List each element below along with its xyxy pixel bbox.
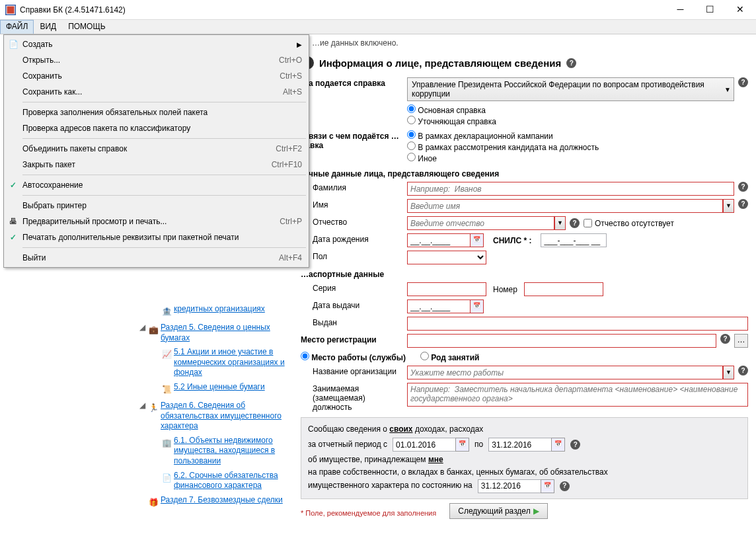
date-asof-input[interactable] <box>478 479 541 493</box>
radio-cand[interactable]: В рамках рассмотрения кандидата на должн… <box>407 141 748 152</box>
name-input[interactable] <box>407 199 723 213</box>
menu-print-extra[interactable]: ✓Печатать дополнительные реквизиты при п… <box>5 229 307 245</box>
close-button[interactable]: ✕ <box>725 0 755 19</box>
file-menu-dropdown: 📄Создать▶ Открыть...Ctrl+O СохранитьCtrl… <box>3 34 309 268</box>
menu-select-printer[interactable]: Выбрать принтер <box>5 198 307 214</box>
person-icon: 🏃 <box>146 401 161 415</box>
number-input[interactable] <box>524 282 603 296</box>
menu-check-fields[interactable]: Проверка заполнения обязательных полей п… <box>5 104 307 120</box>
radio-work[interactable]: Место работы (службы) <box>301 352 406 362</box>
titlebar: Справки БК (2.4.51471.6142) ─ ☐ ✕ <box>0 0 756 20</box>
gift-icon: 🎁 <box>146 495 161 510</box>
menu-autosave[interactable]: ✓Автосохранение <box>5 177 307 193</box>
label-number: Номер <box>493 285 517 294</box>
where-select[interactable]: Управление Президента Российской Федерац… <box>407 77 734 101</box>
label-reason: …вязи с чем подаётся …равка <box>301 130 403 150</box>
label-org: Название организации <box>301 366 403 376</box>
help-icon[interactable]: ? <box>560 481 570 491</box>
radio-occupation[interactable]: Род занятий <box>420 352 480 362</box>
menu-merge[interactable]: Объединить пакеты справокCtrl+F2 <box>5 141 307 157</box>
chevron-down-icon: ▼ <box>724 86 731 93</box>
maximize-button[interactable]: ☐ <box>695 0 725 19</box>
help-icon[interactable]: ? <box>738 77 748 87</box>
dob-input[interactable] <box>407 233 471 247</box>
no-patronymic-checkbox[interactable]: Отчество отсутствует <box>584 219 674 228</box>
label-dob: Дата рождения <box>301 233 403 244</box>
label-issued-by: Выдан <box>301 317 403 327</box>
calendar-icon[interactable]: 📅 <box>470 233 484 247</box>
help-icon[interactable]: ? <box>738 366 748 376</box>
gender-select[interactable] <box>407 251 486 264</box>
label-snils: СНИЛС * : <box>493 236 531 245</box>
radio-decl[interactable]: В рамках декларационной кампании <box>407 130 748 141</box>
snils-input[interactable] <box>541 233 607 247</box>
help-icon[interactable]: ? <box>570 440 580 450</box>
menu-help[interactable]: ПОМОЩЬ <box>62 20 111 34</box>
bank-icon: 🏦 <box>159 304 174 319</box>
svg-rect-1 <box>7 6 15 14</box>
separator <box>22 175 306 175</box>
surname-input[interactable] <box>407 182 734 196</box>
menu-file[interactable]: ФАЙЛ <box>0 20 34 34</box>
calendar-icon[interactable]: 📅 <box>470 299 484 313</box>
calendar-icon[interactable]: 📅 <box>551 438 565 452</box>
radio-corr[interactable]: Уточняющая справка <box>407 116 748 126</box>
minimize-button[interactable]: ─ <box>665 0 695 19</box>
collapse-icon[interactable]: ◢ <box>138 323 146 332</box>
patronymic-input[interactable] <box>407 216 554 230</box>
content-form: i Информация о лице, представляющем свед… <box>287 51 756 556</box>
menu-create[interactable]: 📄Создать▶ <box>5 36 307 52</box>
org-input[interactable] <box>407 366 723 379</box>
collapse-icon[interactable]: ◢ <box>138 401 146 410</box>
radio-other[interactable]: Иное <box>407 153 748 163</box>
help-icon[interactable]: ? <box>738 182 748 192</box>
cert-icon: 📜 <box>159 382 174 397</box>
help-icon[interactable]: ? <box>738 199 748 209</box>
menu-exit[interactable]: ВыйтиAlt+F4 <box>5 250 307 266</box>
building-icon: 🏢 <box>159 436 174 450</box>
help-icon[interactable]: ? <box>720 334 730 344</box>
separator <box>22 247 306 248</box>
label-series: Серия <box>301 282 403 293</box>
doc-icon: 📄 <box>159 471 174 485</box>
position-input[interactable] <box>407 383 748 407</box>
arrow-right-icon: ▶ <box>533 506 539 516</box>
page-heading: i Информация о лице, представляющем свед… <box>301 56 748 69</box>
menu-check-addr[interactable]: Проверка адресов пакета по классификатор… <box>5 120 307 136</box>
chart-icon: 📈 <box>159 347 174 362</box>
menu-save[interactable]: СохранитьCtrl+S <box>5 68 307 84</box>
chevron-right-icon: ▶ <box>297 41 302 48</box>
menu-close-pkg[interactable]: Закрыть пакетCtrl+F10 <box>5 157 307 173</box>
separator <box>22 102 306 102</box>
check-icon: ✓ <box>8 180 19 190</box>
ellipsis-button[interactable]: … <box>734 334 748 348</box>
issue-date-input[interactable] <box>407 299 471 313</box>
series-input[interactable] <box>407 282 486 296</box>
app-icon <box>5 5 16 15</box>
help-icon[interactable]: ? <box>566 58 576 68</box>
new-icon: 📄 <box>8 40 19 49</box>
separator <box>22 138 306 139</box>
date-from-input[interactable] <box>393 438 456 452</box>
label-gender: Пол <box>301 251 403 261</box>
dropdown-button[interactable]: ▼ <box>723 366 734 379</box>
next-section-button[interactable]: Следующий раздел ▶ <box>449 503 547 519</box>
help-icon[interactable]: ? <box>570 218 580 228</box>
check-icon: ✓ <box>8 233 19 242</box>
menu-saveas[interactable]: Сохранить как...Alt+S <box>5 84 307 100</box>
menu-open[interactable]: Открыть...Ctrl+O <box>5 52 307 68</box>
dropdown-button[interactable]: ▼ <box>554 216 566 230</box>
menu-preview[interactable]: 🖶Предварительный просмотр и печать...Ctr… <box>5 214 307 229</box>
issued-by-input[interactable] <box>407 317 748 331</box>
reg-input[interactable] <box>407 334 716 348</box>
menu-view[interactable]: ВИД <box>34 20 62 34</box>
menubar: ФАЙЛ ВИД ПОМОЩЬ <box>0 20 756 34</box>
briefcase-icon: 💼 <box>146 323 161 337</box>
calendar-icon[interactable]: 📅 <box>455 438 469 452</box>
label-position: Занимаемая (замещаемая) должность <box>301 383 403 412</box>
radio-main[interactable]: Основная справка <box>407 104 748 115</box>
date-to-input[interactable] <box>488 438 552 452</box>
summary-box: Сообщаю сведения о своих доходах, расход… <box>301 417 748 499</box>
dropdown-button[interactable]: ▼ <box>723 199 734 213</box>
calendar-icon[interactable]: 📅 <box>541 479 554 493</box>
